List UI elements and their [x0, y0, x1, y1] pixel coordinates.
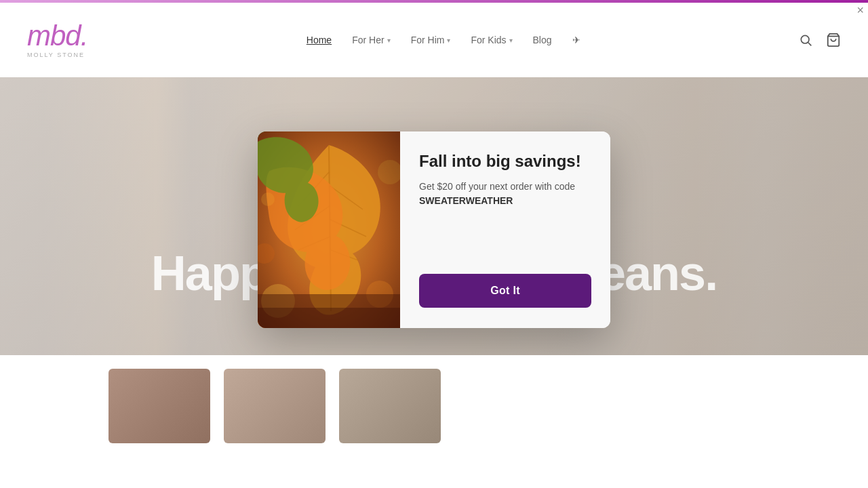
chevron-down-icon: ▾ [509, 37, 513, 44]
modal-image [258, 131, 400, 328]
svg-line-1 [808, 43, 812, 46]
below-hero-area [0, 355, 868, 488]
svg-rect-17 [258, 308, 400, 328]
modal-backdrop: Fall into big savings! Get $20 off your … [0, 77, 868, 355]
product-thumbnail[interactable] [108, 369, 210, 443]
logo-subtitle: MOLLY STONE [27, 52, 85, 58]
promo-modal: Fall into big savings! Get $20 off your … [258, 131, 610, 328]
airplane-icon: ✈ [572, 35, 580, 45]
autumn-leaves-image [258, 131, 400, 328]
nav-plane-icon[interactable]: ✈ [572, 35, 580, 45]
logo-area: mbd. MOLLY STONE [27, 22, 87, 58]
product-thumbnail[interactable] [339, 369, 441, 443]
search-icon [799, 33, 812, 47]
modal-text-area: Fall into big savings! Get $20 off your … [419, 152, 591, 208]
cart-icon [826, 33, 841, 47]
coupon-code: SWEATERWEATHER [419, 195, 513, 206]
modal-body: Get $20 off your next order with code SW… [419, 180, 591, 208]
nav-blog[interactable]: Blog [533, 35, 552, 45]
chevron-down-icon: ▾ [447, 37, 450, 44]
chevron-down-icon: ▾ [387, 37, 391, 44]
header: mbd. MOLLY STONE Home For Her ▾ For Him … [0, 3, 868, 77]
product-thumbnail[interactable] [224, 369, 326, 443]
nav-for-him[interactable]: For Him ▾ [411, 35, 451, 45]
cart-button[interactable] [826, 33, 841, 47]
nav-for-her[interactable]: For Her ▾ [352, 35, 390, 45]
logo: mbd. [27, 22, 87, 50]
nav-for-kids[interactable]: For Kids ▾ [471, 35, 512, 45]
hero-section: Happy jeans. [0, 77, 868, 355]
nav-home[interactable]: Home [307, 35, 332, 45]
header-icons [799, 33, 841, 47]
main-nav: Home For Her ▾ For Him ▾ For Kids ▾ Blog… [307, 35, 580, 45]
window-close-button[interactable]: × [856, 4, 864, 16]
got-it-button[interactable]: Got It [419, 274, 591, 308]
svg-point-15 [261, 192, 275, 206]
modal-content: Fall into big savings! Get $20 off your … [400, 131, 610, 328]
modal-title: Fall into big savings! [419, 152, 591, 171]
search-button[interactable] [799, 33, 812, 47]
svg-point-0 [801, 35, 809, 43]
